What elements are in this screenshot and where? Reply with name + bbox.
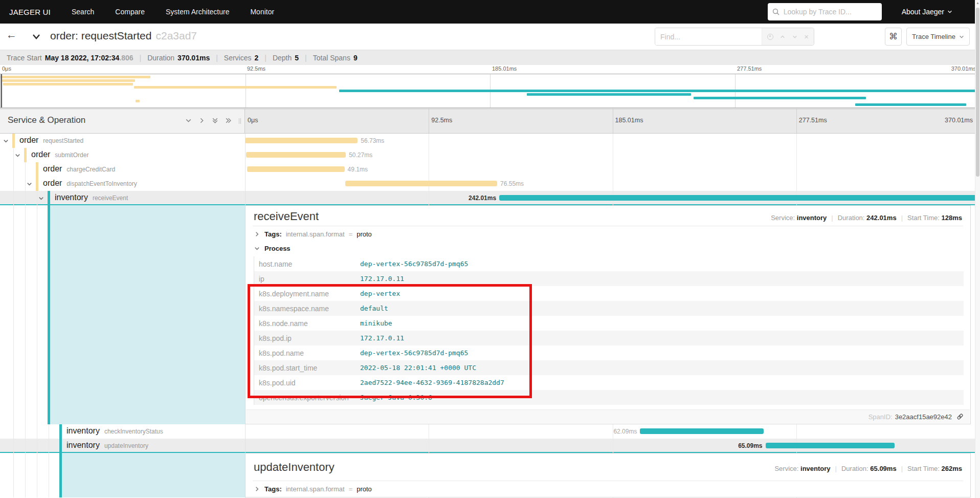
minimap-left-drag-handle[interactable] bbox=[1, 74, 2, 107]
span-detail-title: receiveEvent bbox=[254, 210, 319, 223]
trace-id-lookup[interactable] bbox=[768, 3, 882, 20]
expand-all-icon[interactable] bbox=[225, 117, 232, 124]
process-row[interactable]: k8s.namespace.namedefault bbox=[254, 301, 964, 316]
span-operation-name: updateInventory bbox=[104, 442, 148, 449]
minimap-tick-label: 0μs bbox=[2, 66, 11, 72]
tags-preview-key: internal.span.format bbox=[286, 230, 345, 238]
process-row[interactable]: host.namedep-vertex-56c9785d7d-pmq65 bbox=[254, 256, 964, 271]
span-duration-bar[interactable] bbox=[246, 152, 346, 158]
span-service-name[interactable]: inventoryupdateInventory bbox=[66, 441, 148, 450]
app-logo[interactable]: JAEGER UI bbox=[9, 8, 51, 16]
process-key: k8s.pod.uid bbox=[254, 379, 360, 387]
span-color-accent bbox=[36, 177, 38, 191]
vertical-scrollbar[interactable]: ▲ bbox=[975, 0, 980, 498]
span-duration-bar[interactable] bbox=[245, 138, 358, 143]
trace-id-lookup-input[interactable] bbox=[783, 7, 877, 16]
indent-guide bbox=[49, 424, 49, 439]
span-detail-card: updateInventoryService: inventory|Durati… bbox=[245, 453, 971, 497]
span-duration-bar[interactable] bbox=[766, 443, 895, 448]
about-jaeger-menu[interactable]: About Jaeger bbox=[902, 8, 952, 16]
span-row-receiveEvent[interactable]: inventoryreceiveEvent242.01ms bbox=[0, 191, 980, 205]
scrollbar-up-arrow-icon[interactable]: ▲ bbox=[975, 1, 980, 5]
indent-guide bbox=[25, 191, 26, 205]
process-section-toggle[interactable]: Process bbox=[254, 245, 291, 252]
process-row[interactable]: k8s.pod.start_time2022-05-18 22:01:41 +0… bbox=[254, 360, 964, 375]
nav-item-monitor[interactable]: Monitor bbox=[250, 8, 274, 16]
span-expander-chevron-icon[interactable] bbox=[3, 138, 9, 144]
process-key: k8s.pod.ip bbox=[254, 334, 360, 342]
span-row-chargeCreditCard[interactable]: orderchargeCreditCard49.1ms bbox=[0, 162, 980, 177]
span-detail-highlight bbox=[62, 453, 245, 497]
indent-guide bbox=[25, 205, 26, 424]
span-color-accent bbox=[48, 191, 50, 205]
back-button[interactable]: ← bbox=[6, 29, 17, 41]
minimap-span-bar bbox=[694, 97, 866, 99]
trace-view-dropdown[interactable]: Trace Timeline bbox=[906, 28, 970, 46]
scrollbar-thumb[interactable] bbox=[976, 8, 979, 177]
span-detail-row-updateInventory: updateInventoryService: inventory|Durati… bbox=[0, 453, 980, 497]
nav-item-compare[interactable]: Compare bbox=[115, 8, 145, 16]
nav-item-search[interactable]: Search bbox=[72, 8, 94, 16]
span-service-name[interactable]: ordersubmitOrder bbox=[31, 150, 88, 159]
process-key: k8s.node.name bbox=[254, 319, 360, 328]
span-expander-chevron-icon[interactable] bbox=[26, 181, 33, 187]
span-duration-bar[interactable] bbox=[345, 181, 497, 186]
link-icon[interactable] bbox=[956, 413, 964, 420]
process-row[interactable]: k8s.pod.namedep-vertex-56c9785d7d-pmq65 bbox=[254, 345, 964, 360]
process-row[interactable]: ip172.17.0.11 bbox=[254, 271, 964, 286]
collapse-trace-chevron-icon[interactable] bbox=[31, 32, 42, 44]
detail-service-value: inventory bbox=[797, 214, 827, 222]
span-row-dispatchEventToInventory[interactable]: orderdispatchEventToInventory76.55ms bbox=[0, 177, 980, 191]
collapse-all-icon[interactable] bbox=[211, 117, 219, 124]
tags-section-toggle[interactable]: Tags:internal.span.format=proto bbox=[254, 485, 372, 493]
prev-match-icon[interactable] bbox=[779, 34, 786, 39]
detail-duration-value: 65.09ms bbox=[870, 465, 896, 472]
process-row[interactable]: k8s.node.nameminikube bbox=[254, 316, 964, 331]
keyboard-shortcuts-button[interactable]: ⌘ bbox=[885, 28, 902, 46]
span-duration-label: 56.73ms bbox=[361, 137, 384, 144]
span-service-name[interactable]: inventoryreceiveEvent bbox=[55, 193, 128, 202]
span-duration-bar[interactable] bbox=[499, 195, 980, 201]
span-operation-name: submitOrder bbox=[55, 151, 88, 159]
find-input[interactable] bbox=[655, 28, 762, 45]
indent-guide bbox=[49, 453, 49, 497]
span-row-checkInventoryStatus[interactable]: inventorycheckInventoryStatus62.09ms bbox=[0, 424, 980, 439]
collapse-one-icon[interactable] bbox=[185, 117, 192, 124]
process-row[interactable]: k8s.pod.ip172.17.0.11 bbox=[254, 331, 964, 345]
span-expander-chevron-icon[interactable] bbox=[38, 195, 44, 202]
process-row[interactable]: k8s.deployment.namedep-vertex bbox=[254, 286, 964, 301]
span-duration-bar[interactable] bbox=[640, 428, 763, 434]
span-expander-chevron-icon[interactable] bbox=[14, 152, 21, 159]
column-resize-grip[interactable] bbox=[239, 118, 241, 124]
minimap-canvas[interactable] bbox=[0, 74, 980, 108]
span-duration-label: 242.01ms bbox=[469, 194, 496, 202]
tree-controls bbox=[185, 117, 232, 124]
trace-summary-bar: Trace Start May 18 2022, 17:02:34.806 | … bbox=[0, 50, 980, 65]
process-row[interactable]: opencensus.exporterversionJaeger-Java-0.… bbox=[254, 390, 964, 405]
tags-preview-value: proto bbox=[357, 230, 372, 238]
process-row[interactable]: k8s.pod.uid2aed7522-94ee-4632-9369-41878… bbox=[254, 375, 964, 390]
minimap-tick-label: 277.51ms bbox=[737, 66, 762, 72]
span-row-updateInventory[interactable]: inventoryupdateInventory65.09ms bbox=[0, 439, 980, 453]
focus-match-icon[interactable] bbox=[767, 34, 773, 40]
tags-label: Tags: bbox=[264, 485, 282, 493]
tags-section-toggle[interactable]: Tags:internal.span.format=proto bbox=[254, 230, 372, 238]
span-service-name[interactable]: orderrequestStarted bbox=[19, 136, 83, 145]
span-service-name[interactable]: orderchargeCreditCard bbox=[43, 164, 115, 174]
nav-item-system-architecture[interactable]: System Architecture bbox=[166, 8, 230, 16]
span-detail-card: receiveEventService: inventory|Duration:… bbox=[245, 205, 971, 424]
span-service-name[interactable]: inventorycheckInventoryStatus bbox=[66, 426, 163, 436]
indent-guide bbox=[37, 205, 37, 424]
jaeger-trace-page: JAEGER UI SearchCompareSystem Architectu… bbox=[0, 0, 980, 498]
span-row-requestStarted[interactable]: orderrequestStarted56.73ms bbox=[0, 134, 980, 148]
total-spans-value: 9 bbox=[353, 54, 358, 62]
process-key: k8s.deployment.name bbox=[254, 290, 360, 298]
expand-one-icon[interactable] bbox=[198, 117, 206, 124]
span-row-submitOrder[interactable]: ordersubmitOrder50.27ms bbox=[0, 148, 980, 162]
services-value: 2 bbox=[255, 54, 259, 62]
span-duration-bar[interactable] bbox=[247, 166, 345, 172]
span-service-name[interactable]: orderdispatchEventToInventory bbox=[43, 179, 137, 188]
next-match-icon[interactable] bbox=[792, 34, 798, 39]
clear-find-icon[interactable]: × bbox=[804, 33, 809, 40]
trace-id-short: c2a3ad7 bbox=[155, 30, 197, 41]
